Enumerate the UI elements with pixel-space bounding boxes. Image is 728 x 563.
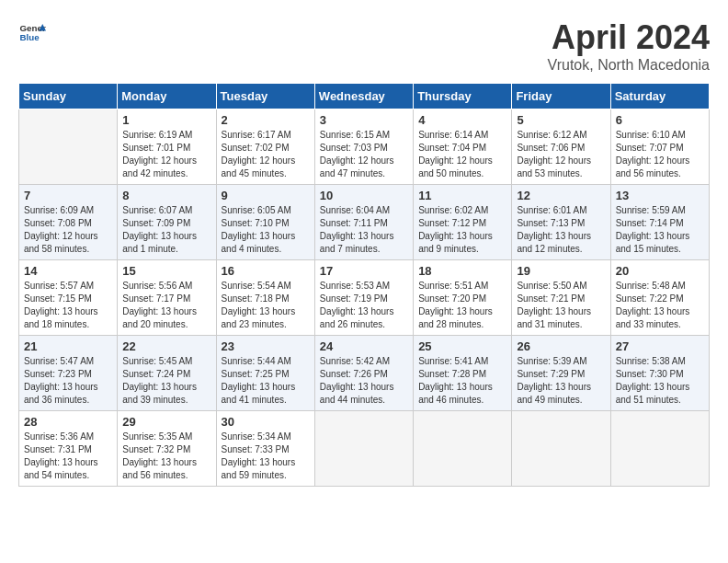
day-number: 18 — [418, 264, 506, 278]
day-number: 21 — [24, 339, 112, 353]
calendar-cell: 23Sunrise: 5:44 AMSunset: 7:25 PMDayligh… — [216, 336, 314, 411]
calendar-cell — [610, 411, 709, 487]
day-number: 4 — [418, 113, 506, 127]
calendar-cell: 29Sunrise: 5:35 AMSunset: 7:32 PMDayligh… — [118, 411, 216, 487]
calendar-cell: 7Sunrise: 6:09 AMSunset: 7:08 PMDaylight… — [19, 185, 118, 260]
day-number: 22 — [122, 339, 210, 353]
day-info: Sunrise: 5:44 AMSunset: 7:25 PMDaylight:… — [222, 355, 310, 407]
calendar-cell: 24Sunrise: 5:42 AMSunset: 7:26 PMDayligh… — [314, 336, 413, 411]
day-number: 24 — [320, 339, 408, 353]
calendar-title: April 2024 — [548, 18, 710, 57]
calendar-week-3: 14Sunrise: 5:57 AMSunset: 7:15 PMDayligh… — [19, 260, 710, 336]
day-info: Sunrise: 5:38 AMSunset: 7:30 PMDaylight:… — [616, 355, 704, 407]
day-number: 9 — [222, 189, 310, 202]
day-info: Sunrise: 6:17 AMSunset: 7:02 PMDaylight:… — [222, 129, 310, 180]
day-header-wednesday: Wednesday — [314, 84, 413, 109]
day-number: 13 — [616, 189, 704, 202]
calendar-cell: 16Sunrise: 5:54 AMSunset: 7:18 PMDayligh… — [216, 260, 314, 336]
day-info: Sunrise: 6:12 AMSunset: 7:06 PMDaylight:… — [517, 129, 605, 180]
day-info: Sunrise: 5:42 AMSunset: 7:26 PMDaylight:… — [320, 355, 408, 407]
calendar-cell: 18Sunrise: 5:51 AMSunset: 7:20 PMDayligh… — [414, 260, 512, 336]
day-number: 5 — [517, 113, 605, 127]
day-info: Sunrise: 5:48 AMSunset: 7:22 PMDaylight:… — [616, 280, 704, 331]
calendar-week-5: 28Sunrise: 5:36 AMSunset: 7:31 PMDayligh… — [19, 411, 710, 487]
calendar-week-1: 1Sunrise: 6:19 AMSunset: 7:01 PMDaylight… — [19, 109, 710, 185]
day-info: Sunrise: 5:53 AMSunset: 7:19 PMDaylight:… — [320, 280, 408, 331]
day-number: 26 — [517, 339, 605, 353]
day-number: 1 — [122, 113, 210, 127]
day-info: Sunrise: 6:04 AMSunset: 7:11 PMDaylight:… — [320, 204, 408, 256]
day-info: Sunrise: 6:07 AMSunset: 7:09 PMDaylight:… — [122, 204, 210, 256]
day-header-friday: Friday — [512, 84, 610, 109]
calendar-cell: 19Sunrise: 5:50 AMSunset: 7:21 PMDayligh… — [512, 260, 610, 336]
calendar-cell: 11Sunrise: 6:02 AMSunset: 7:12 PMDayligh… — [414, 185, 512, 260]
calendar-cell — [19, 109, 118, 185]
day-number: 8 — [122, 189, 210, 202]
day-info: Sunrise: 6:19 AMSunset: 7:01 PMDaylight:… — [122, 129, 210, 180]
day-number: 16 — [222, 264, 310, 278]
day-number: 12 — [517, 189, 605, 202]
calendar-week-4: 21Sunrise: 5:47 AMSunset: 7:23 PMDayligh… — [19, 336, 710, 411]
day-info: Sunrise: 6:10 AMSunset: 7:07 PMDaylight:… — [616, 129, 704, 180]
day-number: 14 — [24, 264, 112, 278]
day-info: Sunrise: 5:34 AMSunset: 7:33 PMDaylight:… — [222, 431, 310, 482]
calendar-cell: 14Sunrise: 5:57 AMSunset: 7:15 PMDayligh… — [19, 260, 118, 336]
calendar-cell: 25Sunrise: 5:41 AMSunset: 7:28 PMDayligh… — [414, 336, 512, 411]
day-number: 3 — [320, 113, 408, 127]
calendar-location: Vrutok, North Macedonia — [548, 57, 710, 74]
svg-text:Blue: Blue — [20, 32, 40, 42]
calendar-cell: 22Sunrise: 5:45 AMSunset: 7:24 PMDayligh… — [118, 336, 216, 411]
day-info: Sunrise: 6:14 AMSunset: 7:04 PMDaylight:… — [418, 129, 506, 180]
day-info: Sunrise: 6:09 AMSunset: 7:08 PMDaylight:… — [24, 204, 112, 256]
day-number: 11 — [418, 189, 506, 202]
day-number: 17 — [320, 264, 408, 278]
calendar-cell: 27Sunrise: 5:38 AMSunset: 7:30 PMDayligh… — [610, 336, 709, 411]
day-number: 7 — [24, 189, 112, 202]
logo: General Blue — [18, 18, 46, 46]
logo-icon: General Blue — [18, 18, 46, 46]
day-number: 19 — [517, 264, 605, 278]
calendar-table: SundayMondayTuesdayWednesdayThursdayFrid… — [18, 83, 710, 487]
day-info: Sunrise: 5:47 AMSunset: 7:23 PMDaylight:… — [24, 355, 112, 407]
calendar-cell: 26Sunrise: 5:39 AMSunset: 7:29 PMDayligh… — [512, 336, 610, 411]
title-block: April 2024 Vrutok, North Macedonia — [548, 18, 710, 74]
calendar-cell: 5Sunrise: 6:12 AMSunset: 7:06 PMDaylight… — [512, 109, 610, 185]
calendar-cell: 13Sunrise: 5:59 AMSunset: 7:14 PMDayligh… — [610, 185, 709, 260]
day-info: Sunrise: 6:01 AMSunset: 7:13 PMDaylight:… — [517, 204, 605, 256]
calendar-cell — [414, 411, 512, 487]
day-info: Sunrise: 5:56 AMSunset: 7:17 PMDaylight:… — [122, 280, 210, 331]
day-info: Sunrise: 5:35 AMSunset: 7:32 PMDaylight:… — [122, 431, 210, 482]
day-number: 23 — [222, 339, 310, 353]
calendar-cell: 1Sunrise: 6:19 AMSunset: 7:01 PMDaylight… — [118, 109, 216, 185]
day-info: Sunrise: 6:15 AMSunset: 7:03 PMDaylight:… — [320, 129, 408, 180]
calendar-cell: 30Sunrise: 5:34 AMSunset: 7:33 PMDayligh… — [216, 411, 314, 487]
calendar-week-2: 7Sunrise: 6:09 AMSunset: 7:08 PMDaylight… — [19, 185, 710, 260]
calendar-cell: 8Sunrise: 6:07 AMSunset: 7:09 PMDaylight… — [118, 185, 216, 260]
calendar-cell: 17Sunrise: 5:53 AMSunset: 7:19 PMDayligh… — [314, 260, 413, 336]
day-info: Sunrise: 5:41 AMSunset: 7:28 PMDaylight:… — [418, 355, 506, 407]
day-number: 20 — [616, 264, 704, 278]
day-info: Sunrise: 5:36 AMSunset: 7:31 PMDaylight:… — [24, 431, 112, 482]
page-header: General Blue April 2024 Vrutok, North Ma… — [18, 18, 710, 74]
day-info: Sunrise: 6:05 AMSunset: 7:10 PMDaylight:… — [222, 204, 310, 256]
day-info: Sunrise: 5:45 AMSunset: 7:24 PMDaylight:… — [122, 355, 210, 407]
day-number: 6 — [616, 113, 704, 127]
day-header-tuesday: Tuesday — [216, 84, 314, 109]
day-info: Sunrise: 5:39 AMSunset: 7:29 PMDaylight:… — [517, 355, 605, 407]
day-info: Sunrise: 5:51 AMSunset: 7:20 PMDaylight:… — [418, 280, 506, 331]
day-number: 29 — [122, 415, 210, 429]
calendar-cell: 28Sunrise: 5:36 AMSunset: 7:31 PMDayligh… — [19, 411, 118, 487]
calendar-cell: 15Sunrise: 5:56 AMSunset: 7:17 PMDayligh… — [118, 260, 216, 336]
day-info: Sunrise: 5:57 AMSunset: 7:15 PMDaylight:… — [24, 280, 112, 331]
calendar-cell: 12Sunrise: 6:01 AMSunset: 7:13 PMDayligh… — [512, 185, 610, 260]
day-header-thursday: Thursday — [414, 84, 512, 109]
calendar-body: 1Sunrise: 6:19 AMSunset: 7:01 PMDaylight… — [19, 109, 710, 487]
day-number: 15 — [122, 264, 210, 278]
day-info: Sunrise: 6:02 AMSunset: 7:12 PMDaylight:… — [418, 204, 506, 256]
calendar-cell: 3Sunrise: 6:15 AMSunset: 7:03 PMDaylight… — [314, 109, 413, 185]
day-info: Sunrise: 5:50 AMSunset: 7:21 PMDaylight:… — [517, 280, 605, 331]
calendar-cell — [512, 411, 610, 487]
day-header-monday: Monday — [118, 84, 216, 109]
day-number: 25 — [418, 339, 506, 353]
calendar-cell: 10Sunrise: 6:04 AMSunset: 7:11 PMDayligh… — [314, 185, 413, 260]
